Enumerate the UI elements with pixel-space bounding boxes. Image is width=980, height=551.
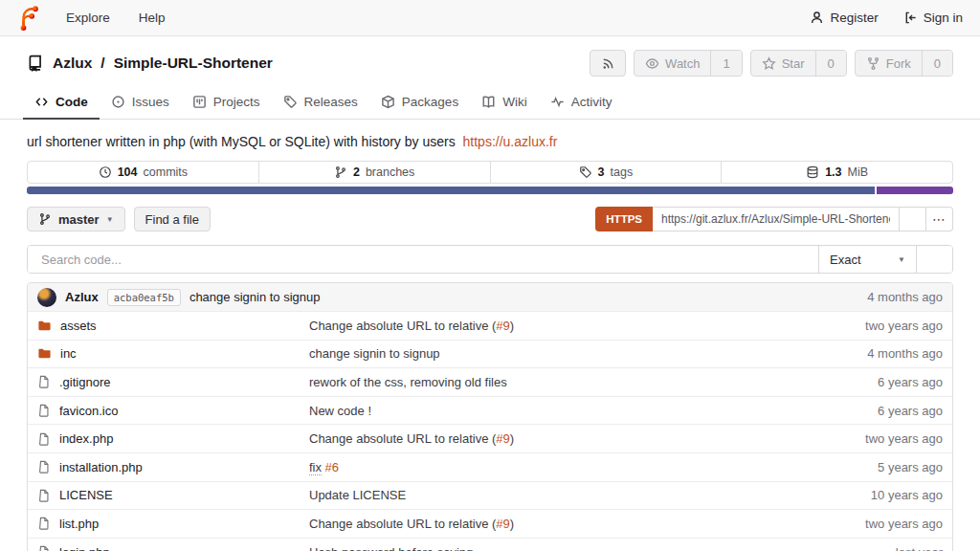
repo-owner-link[interactable]: Azlux xyxy=(53,55,92,72)
nav-help[interactable]: Help xyxy=(124,11,180,25)
commit-author-link[interactable]: Azlux xyxy=(65,290,99,304)
copy-url-button[interactable] xyxy=(900,207,926,231)
issue-link[interactable]: #9 xyxy=(496,517,509,531)
issue-link[interactable]: #9 xyxy=(496,319,509,333)
commit-message-link[interactable]: ) xyxy=(510,517,514,531)
file-row: list.php Change absolute URL to relative… xyxy=(28,509,952,538)
file-row: LICENSE Update LICENSE 10 years ago xyxy=(28,481,952,510)
clone-url-input[interactable] xyxy=(653,207,900,231)
file-link[interactable]: LICENSE xyxy=(37,488,309,502)
commit-message-link[interactable]: Update LICENSE xyxy=(309,488,406,502)
https-button[interactable]: HTTPS xyxy=(595,207,653,231)
search-button[interactable] xyxy=(916,246,952,273)
avatar[interactable] xyxy=(37,288,56,307)
file-age: 6 years ago xyxy=(780,375,943,389)
watch-count[interactable]: 1 xyxy=(710,51,741,76)
file-link[interactable]: inc xyxy=(37,346,309,361)
size-stat[interactable]: 1.3 MiB xyxy=(721,162,952,183)
language-segment xyxy=(27,187,875,194)
rss-icon xyxy=(601,56,615,71)
file-table: Azlux acba0eaf5b change signin to signup… xyxy=(27,282,953,551)
file-name: index.php xyxy=(59,431,113,446)
star-icon xyxy=(762,56,776,71)
commit-message-link[interactable]: change signin to signup xyxy=(309,346,440,361)
find-file-button[interactable]: Find a file xyxy=(134,207,211,231)
commit-sha-badge[interactable]: acba0eaf5b xyxy=(107,289,181,306)
file-link[interactable]: assets xyxy=(37,319,309,333)
repo-title: Azlux / Simple-URL-Shortener xyxy=(27,55,273,72)
top-navbar: Explore Help Register Sign in xyxy=(0,0,980,36)
tab-wiki[interactable]: Wiki xyxy=(470,86,539,120)
file-row: inc change signin to signup 4 months ago xyxy=(28,340,952,368)
commit-message-link[interactable]: Change absolute URL to relative ( xyxy=(309,517,496,531)
sign-in-icon xyxy=(903,11,918,25)
file-name: favicon.ico xyxy=(59,404,118,418)
branches-count: 2 xyxy=(353,165,360,179)
watch-button[interactable]: Watch xyxy=(635,51,710,76)
package-icon xyxy=(381,95,395,109)
repo-actions: Watch 1 Star 0 Fork 0 xyxy=(590,50,953,77)
nav-explore[interactable]: Explore xyxy=(52,11,124,25)
language-bar[interactable] xyxy=(27,187,953,194)
repo-description: url shortener written in php (with MySQL… xyxy=(27,134,953,149)
star-button[interactable]: Star xyxy=(751,51,815,76)
more-actions-button[interactable]: ⋯ xyxy=(926,207,953,231)
tab-issues[interactable]: Issues xyxy=(100,86,181,120)
language-segment xyxy=(877,187,953,194)
register-link[interactable]: Register xyxy=(810,11,878,25)
file-link[interactable]: index.php xyxy=(37,431,309,446)
tab-label: Packages xyxy=(402,95,458,109)
commit-age: 4 months ago xyxy=(867,290,943,304)
branch-selector[interactable]: master ▼ xyxy=(27,207,125,231)
commit-message-link[interactable]: rework of the css, removing old files xyxy=(309,375,507,389)
fork-icon xyxy=(866,56,880,71)
issue-link[interactable]: #6 xyxy=(322,460,339,474)
file-link[interactable]: installation.php xyxy=(37,460,309,474)
repo-separator: / xyxy=(100,55,104,72)
commit-message-link[interactable]: Change absolute URL to relative ( xyxy=(309,431,496,446)
tags-stat[interactable]: 3 tags xyxy=(490,162,722,183)
repo-name-link[interactable]: Simple-URL-Shortener xyxy=(114,55,273,72)
file-age: 5 years ago xyxy=(780,460,943,474)
commits-stat[interactable]: 104 commits xyxy=(28,162,258,183)
tab-code[interactable]: Code xyxy=(23,86,100,120)
tab-releases[interactable]: Releases xyxy=(272,86,369,120)
tag-icon xyxy=(283,95,298,109)
commit-message-link[interactable]: fix xyxy=(309,460,322,475)
commit-message-link[interactable]: ) xyxy=(510,319,514,333)
file-icon xyxy=(37,517,51,530)
file-icon xyxy=(37,460,51,474)
commit-message-link[interactable]: New code ! xyxy=(309,404,371,418)
signin-link[interactable]: Sign in xyxy=(903,11,963,25)
commit-message-link[interactable]: ) xyxy=(510,431,514,446)
tab-packages[interactable]: Packages xyxy=(369,86,470,120)
issue-link[interactable]: #9 xyxy=(496,431,509,446)
file-link[interactable]: list.php xyxy=(37,517,309,531)
website-link[interactable]: https://u.azlux.fr xyxy=(463,134,558,149)
file-link[interactable]: favicon.ico xyxy=(37,404,309,418)
rss-button[interactable] xyxy=(590,50,626,77)
file-name: inc xyxy=(60,346,77,361)
commit-message-link[interactable]: Change absolute URL to relative ( xyxy=(309,319,496,333)
commit-message-link[interactable]: change signin to signup xyxy=(189,290,321,304)
file-link[interactable]: .gitignore xyxy=(37,375,309,389)
copy-icon xyxy=(906,212,920,226)
file-age: 4 months ago xyxy=(780,346,943,361)
search-mode-select[interactable]: Exact ▼ xyxy=(818,246,916,273)
repo-header: Azlux / Simple-URL-Shortener Watch 1 xyxy=(0,36,980,82)
tab-projects[interactable]: Projects xyxy=(181,86,272,120)
fork-count[interactable]: 0 xyxy=(922,51,952,76)
size-count: 1.3 xyxy=(825,165,841,179)
search-icon xyxy=(927,253,942,267)
file-row: assets Change absolute URL to relative (… xyxy=(28,311,952,340)
search-input[interactable] xyxy=(28,246,818,273)
file-name: .gitignore xyxy=(59,375,110,389)
tab-label: Releases xyxy=(304,95,358,109)
branches-stat[interactable]: 2 branches xyxy=(258,162,490,183)
fork-button[interactable]: Fork xyxy=(856,51,922,76)
file-link[interactable]: login.php xyxy=(37,545,309,551)
forgejo-logo-icon[interactable] xyxy=(17,6,42,31)
tab-activity[interactable]: Activity xyxy=(539,86,624,120)
star-count[interactable]: 0 xyxy=(815,51,846,76)
commit-message-link[interactable]: Hash password before saving xyxy=(309,545,473,551)
